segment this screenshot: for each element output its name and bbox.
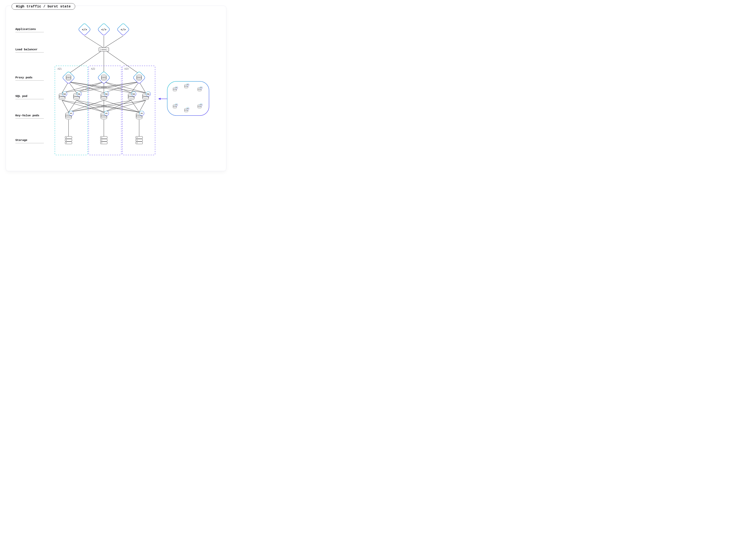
diagram-svg: </> </> </> |ooo| <box>6 6 226 171</box>
svg-text:SQL: SQL <box>147 93 150 95</box>
svg-text:SQL: SQL <box>187 108 189 109</box>
kv-pod-az1: KV <box>65 111 73 119</box>
svg-text:SQL: SQL <box>175 87 177 88</box>
kv-pod-az3: KV <box>136 111 144 119</box>
svg-line-32 <box>131 100 139 112</box>
svg-line-6 <box>62 82 68 93</box>
app-node-3: </> <box>117 23 130 36</box>
svg-text:KV: KV <box>105 112 108 114</box>
storage-az1 <box>65 136 72 144</box>
database-icon <box>101 75 106 80</box>
storage-az3 <box>136 136 143 144</box>
svg-text:KV: KV <box>141 112 143 114</box>
svg-rect-113 <box>167 81 209 116</box>
svg-point-100 <box>66 142 67 143</box>
svg-line-5 <box>107 51 139 74</box>
svg-rect-96 <box>65 139 72 141</box>
sql-pod-az3-b: SQL <box>143 92 150 100</box>
svg-rect-97 <box>65 142 72 144</box>
svg-line-2 <box>105 36 123 48</box>
svg-line-7 <box>68 82 76 93</box>
svg-text:SQL: SQL <box>187 84 189 85</box>
svg-line-20 <box>139 82 146 93</box>
svg-text:SQL: SQL <box>63 93 66 95</box>
svg-point-110 <box>137 137 137 138</box>
svg-text:KV: KV <box>70 112 72 114</box>
svg-text:SQL: SQL <box>200 87 202 88</box>
svg-text:SQL: SQL <box>105 93 108 95</box>
svg-point-112 <box>137 142 137 143</box>
svg-text:SQL: SQL <box>78 93 81 95</box>
load-balancer-node: |ooo| <box>99 48 109 51</box>
diagram-card: High traffic / burst state Applications … <box>6 6 226 171</box>
proxy-pod-az2 <box>97 71 110 84</box>
database-icon <box>66 75 71 80</box>
svg-line-3 <box>68 51 101 74</box>
warm-pool: SQL SQL SQL SQL SQL SQL <box>167 81 209 116</box>
svg-line-0 <box>84 36 103 48</box>
svg-text:SQL: SQL <box>175 104 177 105</box>
sql-pod-az1-a: SQL <box>59 92 67 100</box>
code-icon: </> <box>101 28 106 31</box>
proxy-pod-az1 <box>62 71 75 84</box>
svg-rect-95 <box>65 136 72 139</box>
svg-line-21 <box>62 100 68 112</box>
svg-point-104 <box>101 137 102 138</box>
svg-point-98 <box>66 137 67 138</box>
app-node-2: </> <box>97 23 110 36</box>
svg-point-111 <box>137 140 137 140</box>
sql-pod-az1-b: SQL <box>73 92 81 100</box>
svg-point-105 <box>101 140 102 140</box>
code-icon: </> <box>82 28 87 31</box>
kv-pod-az2: KV <box>101 111 109 119</box>
svg-line-24 <box>68 100 76 112</box>
svg-line-34 <box>104 100 146 112</box>
sql-pod-az3-a: SQL <box>128 92 136 100</box>
sql-pod-az2: SQL <box>101 92 109 100</box>
code-icon: </> <box>120 28 126 31</box>
svg-point-99 <box>66 140 67 140</box>
database-icon <box>137 75 142 80</box>
svg-point-106 <box>101 142 102 143</box>
app-node-1: </> <box>78 23 91 36</box>
svg-text:SQL: SQL <box>200 104 202 105</box>
proxy-pod-az3 <box>133 71 146 84</box>
storage-az2 <box>100 136 107 144</box>
svg-line-35 <box>139 100 146 112</box>
svg-line-19 <box>131 82 139 93</box>
svg-line-22 <box>62 100 104 112</box>
load-balancer-icon: |ooo| <box>100 48 108 51</box>
svg-text:SQL: SQL <box>132 93 135 95</box>
